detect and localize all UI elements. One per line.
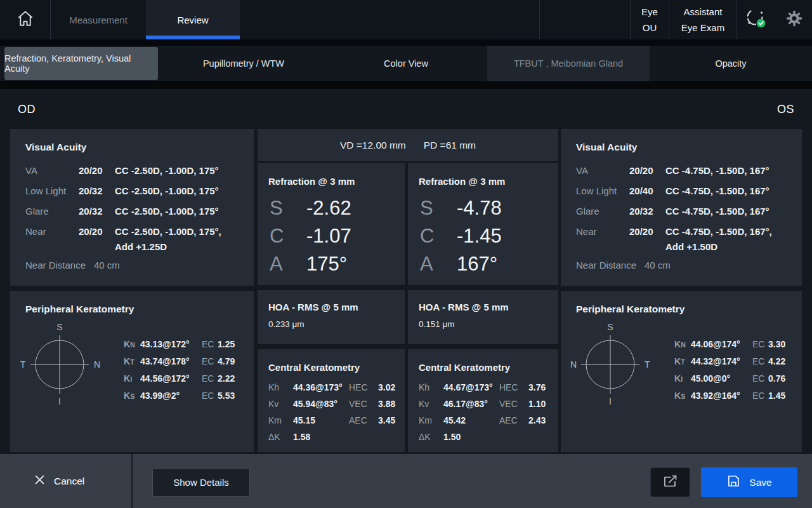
refraction-row: A 175° (258, 250, 405, 278)
pk-label: KT (674, 356, 691, 366)
ck-ec-value: 3.76 (528, 382, 546, 392)
near-distance-value: 40 cm (645, 260, 671, 271)
va-row-detail: CC -4.75D, -1.50D, 167° (665, 163, 769, 178)
eye-selection-status: Eye OU (630, 0, 669, 39)
view-tab-bar: Refraction, Keratometry, Visual Acuity P… (0, 46, 812, 81)
ck-ec-value: 3.88 (378, 399, 395, 409)
tab-review[interactable]: Review (146, 0, 240, 39)
pk-k: K (674, 391, 681, 401)
va-row: Glare 20/32 CC -4.75D, -1.50D, 167° (561, 204, 802, 219)
refraction-row: A 167° (408, 250, 558, 278)
ck-row: Km 45.42 AEC 2.43 (408, 412, 558, 429)
refraction-value: -2.62 (306, 197, 351, 220)
subtab-tfbut-meibomian-gland[interactable]: TFBUT , Meibomian Gland (487, 46, 650, 81)
pk-ec-label: EC (202, 373, 218, 384)
pk-k: K (124, 373, 130, 384)
os-hoa-panel: HOA - RMS @ 5 mm 0.151 μm (408, 290, 558, 344)
topbar-spacer (240, 0, 539, 39)
save-label: Save (749, 477, 771, 488)
os-peripheral-keratometry-panel: Peripheral Keratometry S N T I KN 44.06@… (561, 291, 802, 452)
pk-row: KI 45.00@0° EC 0.76 (674, 370, 799, 387)
pk-k: K (674, 339, 681, 349)
refraction-row: S -2.62 (258, 194, 405, 222)
pk-label: KI (674, 373, 691, 384)
ck-row: Kh 44.36@173° HEC 3.02 (258, 379, 405, 396)
panel-title: Refraction @ 3 mm (408, 163, 558, 187)
show-details-button[interactable]: Show Details (152, 468, 250, 497)
os-refraction-panel: Refraction @ 3 mm S -4.78 C -1.45 A 167° (408, 163, 558, 285)
subtab-color-view[interactable]: Color View (325, 46, 487, 81)
va-row-detail: CC -2.50D, -1.00D, 175° (115, 184, 219, 199)
ck-value: 1.50 (443, 432, 499, 442)
tab-measurement[interactable]: Measurement (51, 0, 146, 39)
ck-label: Km (419, 415, 443, 425)
ck-row: Kv 45.94@83° VEC 3.88 (258, 396, 405, 412)
ck-row: Kh 44.67@173° HEC 3.76 (408, 379, 558, 396)
pk-k-sub: N (130, 341, 135, 349)
near-distance-row: Near Distance 40 cm (561, 260, 802, 271)
pk-k-sub: S (130, 392, 134, 400)
ck-value: 44.36@173° (293, 382, 349, 392)
refraction-value: 167° (457, 253, 497, 276)
settings-button[interactable] (782, 6, 807, 34)
save-button[interactable]: Save (701, 467, 797, 497)
panel-title: Visual Acuity (561, 129, 802, 153)
ck-label: Kv (268, 399, 293, 409)
ck-label: Km (268, 415, 293, 425)
subtab-refraction-keratometry-va[interactable]: Refraction, Keratometry, Visual Acuity (4, 46, 159, 81)
ck-ec-value: 3.45 (378, 415, 395, 425)
va-row: Low Light 20/32 CC -2.50D, -1.00D, 175° (10, 184, 254, 199)
topbar-empty-section (539, 0, 630, 39)
va-row-label: Near (25, 224, 79, 239)
ck-row: Kv 46.17@83° VEC 1.10 (408, 396, 558, 412)
va-detail-line1: CC -2.50D, -1.00D, 175° (115, 165, 219, 176)
sync-status-button[interactable] (743, 6, 769, 34)
pk-row: KT 44.32@174° EC 4.22 (674, 352, 799, 370)
subtab-opacity[interactable]: Opacity (650, 46, 812, 81)
cancel-button[interactable]: Cancel (30, 454, 88, 508)
svg-text:T: T (20, 359, 26, 370)
ck-value: 45.42 (443, 415, 499, 425)
pk-row: KN 43.13@172° EC 1.25 (124, 335, 248, 352)
pk-row: KI 44.56@172° EC 2.22 (124, 370, 248, 387)
va-row-label: Glare (576, 204, 629, 219)
panel-title: Central Keratometry (258, 349, 405, 373)
ck-ec-label: VEC (349, 399, 378, 409)
pk-label: KN (674, 339, 691, 349)
app-window: Measurement Review Eye OU Assistant Eye … (0, 0, 812, 508)
va-detail-line1: CC -4.75D, -1.50D, 167°, (665, 224, 772, 239)
pk-k-sub: I (681, 375, 683, 383)
va-detail-line2: Add +1.50D (665, 239, 772, 255)
pk-ec-label: EC (202, 391, 218, 401)
refraction-value: 175° (306, 253, 347, 276)
va-rows: VA 20/20 CC -4.75D, -1.50D, 167° Low Lig… (561, 163, 802, 271)
ck-value: 45.94@83° (293, 399, 349, 409)
home-button[interactable] (0, 0, 51, 39)
pk-label: KT (124, 356, 140, 366)
pk-value: 43.99@2° (140, 391, 202, 401)
pk-ec-label: EC (752, 373, 768, 384)
peripheral-keratometry-rows: KN 44.06@174° EC 3.30 KT 44.32@174° EC 4… (674, 335, 799, 404)
va-row-label: Low Light (576, 184, 629, 199)
export-icon (662, 474, 679, 491)
panel-title: Refraction @ 3 mm (258, 163, 405, 187)
show-details-label: Show Details (173, 477, 229, 488)
ck-label: ΔK (268, 432, 293, 442)
pk-ec-label: EC (202, 356, 218, 366)
close-icon (34, 474, 45, 488)
export-button[interactable] (650, 467, 690, 497)
ck-value: 45.15 (293, 415, 349, 425)
ck-value: 1.58 (293, 432, 349, 442)
ck-row: ΔK 1.58 (258, 429, 405, 445)
va-detail-line1: CC -2.50D, -1.00D, 175° (115, 185, 219, 196)
va-row-acuity: 20/32 (79, 184, 115, 199)
va-row-acuity: 20/32 (629, 204, 665, 219)
va-row-acuity: 20/32 (79, 204, 115, 219)
os-section-label: OS (777, 103, 794, 116)
subtab-pupillometry-wtw[interactable]: Pupillometry / WTW (162, 46, 325, 81)
panel-title: HOA - RMS @ 5 mm (258, 290, 405, 312)
hoa-value: 0.233 μm (258, 312, 405, 329)
pk-label: KI (124, 373, 140, 384)
va-row-acuity: 20/40 (629, 184, 665, 199)
assistant-value: Eye Exam (681, 20, 724, 36)
